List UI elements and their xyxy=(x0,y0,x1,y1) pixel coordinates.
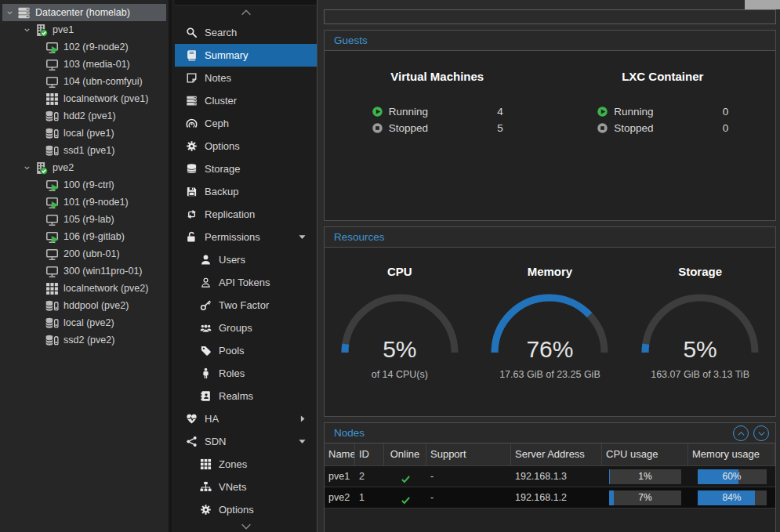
vm-guests-column: Virtual Machines Running 4 Stopped 5 xyxy=(325,70,550,220)
menu-item-options[interactable]: Options xyxy=(175,135,317,157)
tree-item-vm-200[interactable]: 200 (ubn-01) xyxy=(2,245,166,262)
vm-running-row[interactable]: Running 4 xyxy=(372,103,503,120)
menu-item-sdn-options[interactable]: Options xyxy=(175,498,317,521)
panel-title: Resources xyxy=(334,231,385,243)
memory-gauge-block: Memory 76% 17.63 GiB of 23.25 GiB xyxy=(475,265,626,416)
col-header-id[interactable]: ID xyxy=(355,443,384,465)
tree-item-vm-104[interactable]: 104 (ubn-comfyui) xyxy=(2,73,166,90)
menu-item-notes[interactable]: Notes xyxy=(175,67,317,89)
menu-item-pools[interactable]: Pools xyxy=(175,339,317,362)
online-status xyxy=(384,466,426,487)
tree-item-vm-105[interactable]: 105 (r9-lab) xyxy=(2,211,166,228)
memory-usage-label: 60% xyxy=(698,469,767,484)
expander-icon[interactable] xyxy=(23,26,31,34)
table-row-pve1[interactable]: pve1 2 - 192.168.1.3 1% 60% xyxy=(325,466,775,487)
node-address: 192.168.1.3 xyxy=(511,466,602,487)
menu-item-cluster[interactable]: Cluster xyxy=(175,89,317,112)
users-icon xyxy=(200,322,212,334)
menu-item-summary[interactable]: Summary xyxy=(175,44,317,67)
menu-item-sdn[interactable]: SDN xyxy=(175,430,317,453)
tree-item-label: 106 (r9-gitlab) xyxy=(63,231,125,242)
vm-stopped-row[interactable]: Stopped 5 xyxy=(372,120,503,136)
menu-item-backup[interactable]: Backup xyxy=(175,180,317,203)
tree-item-localnetwork-pve2[interactable]: localnetwork (pve2) xyxy=(2,280,166,297)
lxc-stopped-row[interactable]: Stopped 0 xyxy=(597,120,728,136)
tree-item-pve1[interactable]: pve1 xyxy=(2,21,166,38)
memory-usage-cell: 84% xyxy=(688,487,775,508)
menu-item-label: Cluster xyxy=(205,95,237,107)
tree-item-vm-101[interactable]: 101 (r9-node1) xyxy=(2,194,166,211)
lxc-stopped-count: 0 xyxy=(723,122,729,134)
cropped-toolbar-button[interactable] xyxy=(745,0,780,9)
node-address: 192.168.1.2 xyxy=(511,487,602,508)
tree-item-vm-300[interactable]: 300 (win11pro-01) xyxy=(2,262,166,280)
tree-item-storage-local-pve2[interactable]: local (pve2) xyxy=(2,314,166,331)
menu-item-two-factor[interactable]: Two Factor xyxy=(175,294,317,317)
menu-item-api-tokens[interactable]: API Tokens xyxy=(175,271,317,294)
expander-icon[interactable] xyxy=(5,9,14,17)
vm-stopped-icon xyxy=(45,265,59,278)
menu-item-zones[interactable]: Zones xyxy=(175,453,317,476)
menu-item-search[interactable]: Search xyxy=(175,21,317,44)
check-icon xyxy=(401,495,411,505)
storage-gauge-subtext: 163.07 GiB of 3.13 TiB xyxy=(651,369,749,380)
expander-icon[interactable] xyxy=(23,164,31,172)
menu-item-label: Pools xyxy=(219,345,245,356)
storage-icon xyxy=(45,299,59,313)
tree-item-vm-103[interactable]: 103 (media-01) xyxy=(2,56,166,73)
tree-item-localnetwork-pve1[interactable]: localnetwork (pve1) xyxy=(2,90,166,107)
tag-icon xyxy=(200,345,212,356)
sitemap-icon xyxy=(200,481,212,493)
menu-scroll-down[interactable] xyxy=(175,519,317,532)
tree-item-pve2[interactable]: pve2 xyxy=(2,159,166,176)
user-icon xyxy=(200,254,212,266)
menu-item-ha[interactable]: HA xyxy=(175,407,317,430)
col-header-address[interactable]: Server Address xyxy=(511,443,602,465)
tree-item-label: 200 (ubn-01) xyxy=(63,248,120,259)
menu-item-realms[interactable]: Realms xyxy=(175,385,317,407)
network-share-icon xyxy=(186,436,198,447)
col-header-cpu[interactable]: CPU usage xyxy=(602,443,688,465)
datacenter-icon xyxy=(17,6,31,20)
col-header-name[interactable]: Name xyxy=(325,443,355,465)
lxc-guests-column: LXC Container Running 0 Stopped 0 xyxy=(550,70,776,220)
table-row-pve2[interactable]: pve2 1 - 192.168.1.2 7% 84% xyxy=(325,487,775,508)
tree-item-datacenter[interactable]: Datacenter (homelab) xyxy=(2,4,166,21)
ceph-icon xyxy=(186,118,198,129)
collapse-down-button[interactable] xyxy=(753,425,769,441)
tree-item-storage-local-pve1[interactable]: local (pve1) xyxy=(2,125,166,142)
tree-item-storage-hdd2[interactable]: hdd2 (pve1) xyxy=(2,107,166,125)
note-icon xyxy=(186,72,198,84)
cpu-gauge-block: CPU 5% of 14 CPU(s) xyxy=(325,265,475,416)
vm-stopped-count: 5 xyxy=(497,122,503,134)
menu-item-groups[interactable]: Groups xyxy=(175,317,317,339)
menu-item-roles[interactable]: Roles xyxy=(175,362,317,385)
config-menu: Search Summary Notes Cluster Ceph Option… xyxy=(175,0,317,532)
collapse-up-button[interactable] xyxy=(733,425,749,441)
menu-item-vnets[interactable]: VNets xyxy=(175,476,317,498)
menu-item-ceph[interactable]: Ceph xyxy=(175,112,317,135)
menu-item-replication[interactable]: Replication xyxy=(175,203,317,226)
col-header-support[interactable]: Support xyxy=(426,443,511,465)
menu-item-permissions[interactable]: Permissions xyxy=(175,226,317,248)
tree-item-vm-106[interactable]: 106 (r9-gitlab) xyxy=(2,228,166,245)
menu-scroll-up[interactable] xyxy=(175,5,317,21)
tree-item-vm-100[interactable]: 100 (r9-ctrl) xyxy=(2,176,166,194)
menu-item-label: VNets xyxy=(219,481,246,493)
tree-item-label: Datacenter (homelab) xyxy=(35,7,130,18)
tree-item-vm-102[interactable]: 102 (r9-node2) xyxy=(2,38,166,56)
tree-item-storage-ssd2[interactable]: ssd2 (pve2) xyxy=(2,331,166,349)
tree-item-label: hddpool (pve2) xyxy=(63,300,129,311)
menu-item-users[interactable]: Users xyxy=(175,248,317,271)
tree-item-storage-ssd1[interactable]: ssd1 (pve1) xyxy=(2,142,166,159)
storage-gauge-block: Storage 5% 163.07 GiB of 3.13 TiB xyxy=(625,265,775,416)
col-header-memory[interactable]: Memory usage xyxy=(688,443,775,465)
vm-running-icon xyxy=(45,179,59,192)
menu-item-storage[interactable]: Storage xyxy=(175,157,317,180)
tree-item-label: local (pve2) xyxy=(63,317,114,328)
tree-item-storage-hddpool[interactable]: hddpool (pve2) xyxy=(2,297,166,314)
lxc-running-row[interactable]: Running 0 xyxy=(597,103,728,120)
menu-top-strip xyxy=(175,0,317,5)
col-header-online[interactable]: Online xyxy=(384,443,426,465)
resources-panel-header: Resources xyxy=(325,227,775,248)
